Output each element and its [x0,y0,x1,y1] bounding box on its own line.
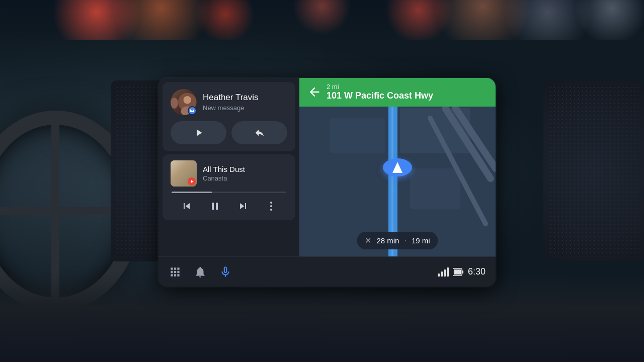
svg-rect-21 [454,269,461,275]
music-card: All This Dust Canasta [163,154,295,220]
play-button[interactable] [171,121,226,144]
pause-icon [209,200,221,212]
apps-button[interactable] [169,265,182,279]
svg-rect-12 [330,118,385,153]
prev-track-button[interactable] [179,198,195,214]
nav-header: 2 mi 101 W Pacific Coast Hwy [299,78,496,107]
signal-bar-4 [447,267,449,277]
bottom-bar: 6:30 [158,256,496,287]
svg-rect-13 [410,168,460,209]
message-actions [171,121,287,144]
nav-info: 2 mi 101 W Pacific Coast Hwy [327,83,488,102]
close-trip-button[interactable]: ✕ [365,236,371,245]
turn-left-icon [307,85,321,99]
music-app-badge [188,177,196,186]
music-progress-bar [172,192,286,193]
sender-name: Heather Travis [203,93,287,103]
track-title: All This Dust [203,165,287,173]
trip-separator: · [404,236,406,245]
battery-icon [453,267,464,277]
avatar-container [171,89,197,115]
bottom-nav-icons [169,265,438,279]
signal-bar-2 [441,272,443,277]
time-display: 6:30 [468,266,486,277]
message-info: Heather Travis New message [203,93,287,111]
trip-time: 28 min [376,236,399,245]
pause-button[interactable] [207,198,223,214]
music-header: All This Dust Canasta [171,160,287,187]
marker-arrow-icon [392,162,403,173]
svg-point-7 [270,202,272,204]
signal-bar-1 [438,274,440,277]
bokeh-lights [0,0,644,40]
android-auto-screen: Heather Travis New message [158,78,496,287]
svg-point-8 [270,205,272,207]
nav-street: 101 W Pacific Coast Hwy [327,90,488,102]
turn-arrow [307,85,321,99]
message-card: Heather Travis New message [163,82,295,151]
music-info: All This Dust Canasta [203,165,287,182]
left-panel: Heather Travis New message [158,78,299,256]
microphone-icon [219,265,232,279]
track-artist: Canasta [203,174,287,182]
map-panel: 2 mi 101 W Pacific Coast Hwy ✕ 28 min · … [299,78,496,256]
notifications-button[interactable] [194,265,207,279]
svg-point-9 [270,209,272,211]
message-subtitle: New message [203,104,287,112]
status-area: 6:30 [438,266,486,277]
music-progress-fill [172,192,212,193]
signal-bar-3 [444,269,446,277]
svg-point-1 [184,96,191,104]
main-content: Heather Travis New message [158,78,496,256]
album-art [171,160,197,187]
more-vert-icon [265,200,277,212]
apps-icon [169,265,182,279]
signal-strength [438,267,449,277]
reply-icon [254,127,265,138]
skip-next-icon [237,200,249,212]
next-track-button[interactable] [235,198,251,214]
reply-button[interactable] [231,121,287,144]
nav-distance: 2 mi [327,83,488,90]
marker-oval [383,158,412,176]
microphone-button[interactable] [219,265,232,279]
message-badge [188,106,197,115]
trip-info-bubble: ✕ 28 min · 19 mi [357,232,438,249]
bell-icon [194,265,207,279]
location-marker [383,158,412,176]
message-header: Heather Travis New message [171,89,287,115]
music-controls [171,198,287,214]
trip-distance: 19 mi [412,236,430,245]
play-icon [193,127,204,138]
more-options-button[interactable] [263,198,279,214]
speaker-right [543,80,644,261]
svg-rect-20 [462,270,463,274]
skip-previous-icon [181,200,193,212]
